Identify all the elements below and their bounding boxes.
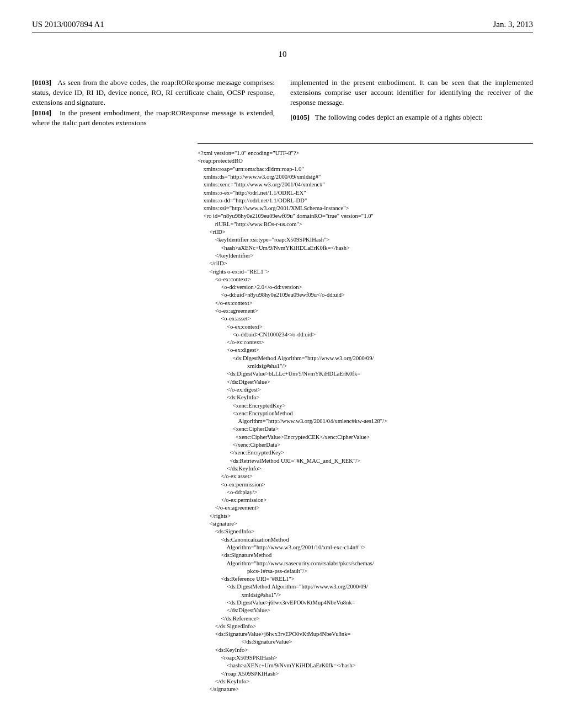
publication-number: US 2013/0007894 A1 — [32, 20, 104, 29]
publication-date: Jan. 3, 2013 — [493, 20, 534, 29]
paragraph-text: As seen from the above codes, the roap:R… — [32, 78, 275, 106]
paragraph-text: The following codes depict an example of… — [315, 113, 483, 121]
xml-code-listing: <?xml version="1.0" encoding="UTF-8"?> <… — [198, 143, 533, 693]
paragraph-0103: [0103] As seen from the above codes, the… — [32, 78, 275, 107]
two-column-body: [0103] As seen from the above codes, the… — [32, 78, 533, 129]
paragraph-number: [0103] — [32, 78, 51, 87]
paragraph-text: In the present embodiment, the roap:RORe… — [32, 109, 275, 127]
paragraph-0104-continued: implemented in the present embodiment. I… — [290, 78, 533, 107]
paragraph-number: [0104] — [32, 109, 51, 117]
paragraph-0105: [0105] The following codes depict an exa… — [290, 113, 533, 122]
paragraph-text: implemented in the present embodiment. I… — [290, 78, 533, 106]
left-column: [0103] As seen from the above codes, the… — [32, 78, 275, 129]
page-header: US 2013/0007894 A1 Jan. 3, 2013 — [32, 20, 533, 33]
paragraph-0104: [0104] In the present embodiment, the ro… — [32, 108, 275, 128]
paragraph-number: [0105] — [290, 113, 310, 121]
page-number: 10 — [32, 50, 533, 59]
right-column: implemented in the present embodiment. I… — [290, 78, 533, 129]
